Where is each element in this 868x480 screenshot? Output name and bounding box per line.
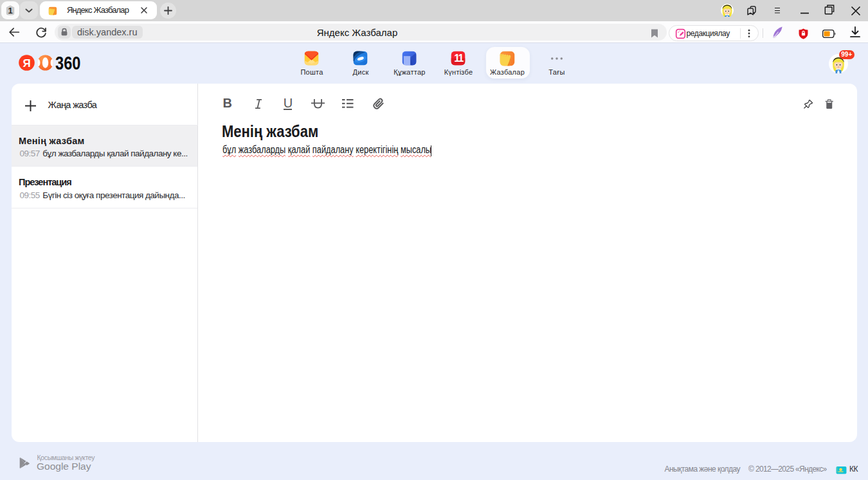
svg-text:11: 11 (454, 53, 464, 64)
svg-text:1: 1 (8, 6, 12, 15)
svg-text:Я: Я (23, 57, 31, 69)
